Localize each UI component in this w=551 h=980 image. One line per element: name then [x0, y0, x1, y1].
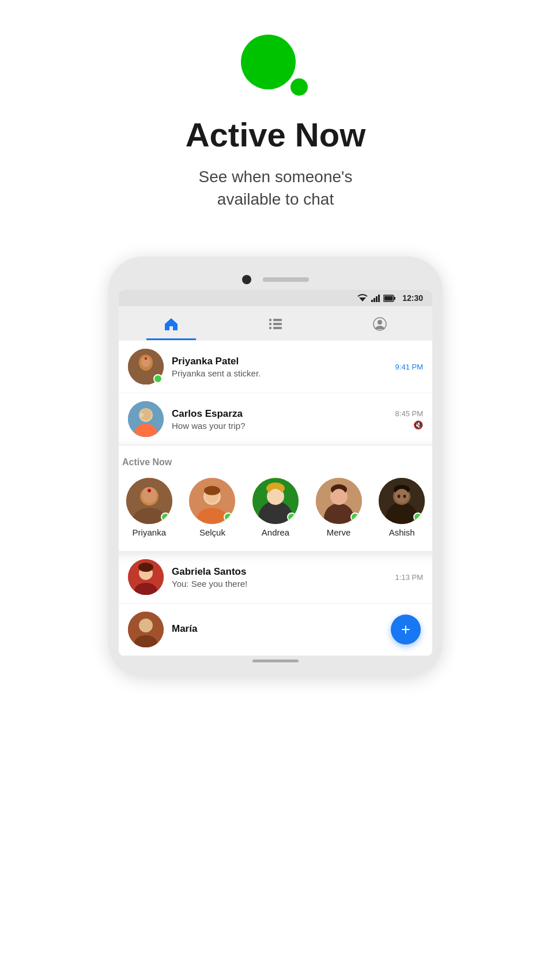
logo-main-bubble [241, 35, 296, 89]
active-users-row: Priyanka [122, 478, 429, 537]
online-dot [413, 512, 422, 522]
conversation-item-carlos[interactable]: Carlos Esparza How was your trip? 8:45 P… [119, 393, 432, 446]
svg-point-36 [204, 486, 220, 495]
conversation-item-maria[interactable]: María [119, 604, 432, 656]
home-bar [252, 659, 299, 662]
profile-icon [372, 316, 387, 335]
conv-preview: Priyanka sent a sticker. [172, 368, 387, 378]
online-dot [287, 512, 296, 522]
conv-time-carlos: 8:45 PM [395, 409, 423, 418]
home-icon [164, 317, 179, 334]
battery-icon [383, 295, 396, 302]
svg-rect-3 [376, 296, 378, 302]
wifi-icon [357, 294, 368, 302]
online-dot [161, 512, 170, 522]
signal-icon [371, 294, 380, 302]
avatar-gabriela [128, 559, 164, 595]
svg-rect-11 [273, 323, 282, 325]
active-user-andrea[interactable]: Andrea [248, 478, 303, 537]
conv-time-gabriela: 1:13 PM [395, 573, 423, 582]
conv-preview-gabriela: You: See you there! [172, 579, 387, 589]
active-avatar-selcuk [189, 478, 235, 524]
active-avatar-merve [316, 478, 362, 524]
phone-screen: 12:30 [119, 290, 432, 656]
active-now-panel-title: Active Now [122, 457, 429, 468]
avatar-maria [128, 612, 164, 647]
status-icons [357, 294, 396, 302]
svg-point-21 [145, 357, 147, 360]
conv-name-gabriela: Gabriela Santos [172, 566, 387, 578]
active-user-name: Andrea [262, 527, 289, 537]
conv-preview-carlos: How was your trip? [172, 421, 387, 431]
avatar-wrap [128, 349, 164, 385]
svg-point-51 [395, 489, 409, 503]
svg-point-53 [403, 495, 406, 498]
active-user-name: Priyanka [133, 527, 166, 537]
conv-info-carlos: Carlos Esparza How was your trip? [172, 408, 387, 431]
list-icon [268, 318, 283, 334]
active-user-selcuk[interactable]: Selçuk [186, 478, 240, 537]
svg-point-15 [378, 320, 382, 325]
svg-rect-8 [269, 319, 271, 321]
tab-profile[interactable] [355, 312, 405, 341]
phone-outer: 12:30 [108, 257, 443, 677]
phone-mockup: 12:30 [0, 257, 551, 677]
active-avatar-ashish [379, 478, 425, 524]
hero-section: Active Now See when someone'savailable t… [0, 0, 551, 233]
svg-rect-10 [269, 323, 271, 325]
svg-rect-6 [394, 297, 396, 300]
conversation-item-gabriela[interactable]: Gabriela Santos You: See you there! 1:13… [119, 551, 432, 604]
svg-rect-13 [273, 327, 282, 329]
conv-meta-gabriela: 1:13 PM [395, 573, 423, 582]
tab-home[interactable] [146, 312, 196, 340]
svg-marker-0 [359, 297, 366, 301]
svg-point-52 [398, 495, 401, 498]
svg-rect-7 [384, 296, 393, 300]
conversation-list-bottom: Gabriela Santos You: See you there! 1:13… [119, 551, 432, 656]
phone-camera [242, 275, 251, 284]
conversation-item[interactable]: Priyanka Patel Priyanka sent a sticker. … [119, 341, 432, 393]
conv-time: 9:41 PM [395, 363, 423, 371]
conv-info-gabriela: Gabriela Santos You: See you there! [172, 566, 387, 589]
active-user-priyanka[interactable]: Priyanka [122, 478, 176, 537]
conversation-list-top: Priyanka Patel Priyanka sent a sticker. … [119, 341, 432, 446]
status-time: 12:30 [402, 293, 423, 303]
online-dot [350, 512, 360, 522]
avatar-wrap-carlos [128, 401, 164, 437]
avatar-carlos [128, 401, 164, 437]
svg-point-58 [138, 563, 153, 572]
active-user-name: Selçuk [199, 527, 225, 537]
svg-rect-9 [273, 319, 282, 321]
active-user-ashish[interactable]: Ashish [375, 478, 429, 537]
avatar-wrap-gabriela [128, 559, 164, 595]
svg-rect-4 [378, 295, 380, 302]
active-user-merve[interactable]: Merve [312, 478, 366, 537]
conv-info-maria: María [172, 623, 423, 636]
svg-point-30 [148, 489, 151, 492]
active-avatar-andrea [252, 478, 299, 524]
tab-chats[interactable] [251, 313, 300, 340]
active-avatar-priyanka [126, 478, 172, 524]
compose-fab[interactable]: + [391, 615, 421, 644]
nav-tabs [119, 306, 432, 341]
mute-icon: 🔇 [413, 420, 423, 429]
phone-speaker [263, 277, 309, 282]
svg-rect-2 [373, 298, 375, 302]
status-bar: 12:30 [119, 290, 432, 306]
svg-point-26 [140, 413, 144, 417]
phone-top-bar [119, 268, 432, 290]
logo-small-bubble [288, 76, 310, 98]
active-user-name: Merve [327, 527, 351, 537]
conv-info-priyanka: Priyanka Patel Priyanka sent a sticker. [172, 356, 387, 378]
active-user-ashish-label: Ashish [389, 527, 415, 537]
svg-rect-12 [269, 327, 271, 329]
svg-point-46 [332, 489, 346, 503]
fab-plus-icon: + [401, 621, 410, 638]
phone-bottom-bar [119, 656, 432, 665]
active-now-panel: Active Now [119, 446, 432, 551]
hero-subtitle: See when someone'savailable to chat [199, 165, 353, 210]
hero-title: Active Now [186, 115, 366, 154]
svg-rect-1 [371, 300, 373, 302]
online-dot-priyanka [153, 374, 163, 383]
app-logo [241, 35, 310, 98]
